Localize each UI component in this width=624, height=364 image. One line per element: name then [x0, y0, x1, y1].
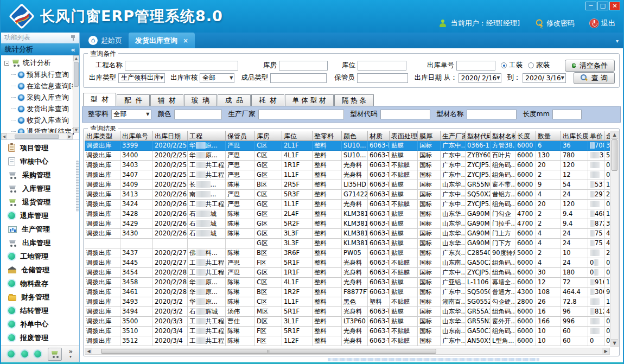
column-header[interactable]: 长度 — [515, 131, 536, 141]
sidebar-item-采购管理[interactable]: 采购管理 — [1, 168, 79, 182]
tree-item[interactable]: 在途信息查询[待 — [4, 80, 79, 92]
column-header[interactable]: 颜色 — [342, 131, 368, 141]
table-row[interactable]: 调拨出库34372020/2/27佛料...陈琳B区3R6F整料PW056063… — [85, 248, 610, 258]
tree-item[interactable]: 预算执行查询 — [4, 69, 79, 80]
sidebar-item-仓储管理[interactable]: 仓储管理 — [1, 263, 79, 277]
column-header[interactable]: 保管员 — [226, 131, 255, 141]
table-row[interactable]: 调拨出库34132020/2/26南...严思C区5R3F整料G71422606… — [85, 190, 610, 200]
manufacturer-input[interactable] — [258, 110, 344, 119]
sidebar-item-结转管理[interactable]: 结转管理 — [1, 304, 79, 317]
table-row[interactable]: G区3L3F整料KLM38176063-T5贴膜国标山东华...GA90M09.… — [85, 239, 610, 248]
whole-part-select[interactable]: 全部▼ — [111, 110, 151, 119]
location-input[interactable] — [358, 61, 406, 71]
length-input[interactable] — [552, 110, 582, 119]
quick-cart-button[interactable] — [48, 348, 62, 361]
column-header[interactable]: 出库单号 — [120, 131, 153, 141]
radio-gongzhuang[interactable]: 工装 — [501, 61, 523, 70]
table-row[interactable]: 调拨出库34092020/2/25长...陈琳B区2R5F整料LI35HD606… — [85, 180, 610, 190]
column-header[interactable]: 型材名称 — [491, 131, 515, 141]
sidebar-item-物料盘存[interactable]: 物料盘存 — [1, 277, 79, 290]
project-name-input[interactable] — [125, 61, 238, 71]
column-header[interactable]: 工程 — [188, 131, 226, 141]
tab-shipment-outbound-query[interactable]: 发货出库查询 × — [129, 33, 195, 48]
material-tab[interactable]: 玻 璃 — [184, 94, 217, 106]
column-header[interactable]: 材质 — [368, 131, 390, 141]
sidebar-item-生产管理[interactable]: 生产管理 — [1, 222, 79, 236]
table-row[interactable]: 调拨出库33992020/2/25华原...严思C区2L1F整料SU10...6… — [85, 141, 610, 151]
menu-scrollbar[interactable] — [76, 161, 79, 212]
material-tab[interactable]: 耗 材 — [251, 94, 284, 106]
column-header[interactable]: 整零料 — [313, 131, 342, 141]
order-no-input[interactable] — [456, 61, 495, 71]
material-tab[interactable]: 型 材 — [83, 93, 116, 106]
quick-dot-icon[interactable] — [21, 350, 28, 357]
sidebar-item-出库管理[interactable]: 出库管理 — [1, 236, 79, 250]
close-button[interactable]: × — [609, 2, 620, 10]
column-header[interactable]: 出库日期 — [153, 131, 188, 141]
sidebar-item-报废管理[interactable]: 报废管理 — [1, 331, 79, 344]
overflow-chevron[interactable]: »▾ — [68, 349, 73, 360]
table-row[interactable]: 调拨出库34032020/2/25工共工程严思G区1R1F整料光身料6063-T… — [85, 161, 610, 170]
tab-close-icon[interactable]: × — [183, 37, 188, 44]
column-header[interactable]: 单价 — [588, 131, 604, 141]
table-row[interactable]: 调拨出库34282020/2/26石城陈琳G区2L4F整料KLM38176063… — [85, 209, 610, 219]
table-row[interactable]: 调拨出库34072020/2/25工共工程严思G区1L1F整料光身料6063-T… — [85, 170, 610, 180]
column-header[interactable]: 表面处理 — [390, 131, 418, 141]
maximize-button[interactable]: □ — [597, 2, 608, 10]
table-row[interactable]: 调拨出库35002020/3/3工共工程曹佳D区3L1F整料LT3P606063… — [85, 317, 610, 327]
quick-dot-icon[interactable] — [8, 350, 15, 357]
table-row[interactable]: 调拨出库34542020/2/28工共工程严思G区1R1F整料光身料6063-T… — [85, 268, 610, 278]
logout-button[interactable]: 退出 — [590, 18, 615, 28]
tabstrip-dropdown-icon[interactable]: ▾ — [616, 38, 619, 44]
material-tab[interactable]: 配 件 — [117, 94, 150, 106]
keeper-input[interactable] — [357, 73, 408, 83]
sidebar-item-项目管理[interactable]: 项目管理 — [1, 141, 79, 155]
column-header[interactable]: 生产厂家 — [441, 131, 466, 141]
change-password-button[interactable]: 修改密码 — [535, 18, 575, 28]
column-header[interactable]: 出库长度 — [561, 131, 588, 141]
tree-expand-icon[interactable] — [4, 61, 9, 66]
tab-home[interactable]: ⌂ 起始页 — [82, 33, 129, 48]
table-row[interactable]: 调拨出库34942020/3/2石辉城汤伟M区5R1F整料光身料6063-T5贴… — [85, 307, 610, 317]
column-header[interactable]: 数量 — [536, 131, 561, 141]
sidebar-section-header[interactable]: 统计分析 « — [1, 43, 79, 55]
column-header[interactable]: 型材代码 — [466, 131, 491, 141]
sidebar-item-退货管理[interactable]: 退货管理 — [1, 195, 79, 209]
product-type-input[interactable] — [270, 73, 327, 83]
table-row[interactable]: 调拨出库34452020/2/27工共工程严思F区5R1F整料光身料6063-T… — [85, 258, 610, 268]
sidebar-item-审核中心[interactable]: 审核中心 — [1, 155, 79, 168]
color-input[interactable] — [174, 110, 222, 119]
collapse-icon[interactable]: « — [71, 46, 75, 54]
tree-item[interactable]: 发货出库查询 — [4, 103, 79, 114]
outbound-type-select[interactable]: 生产领料出库▼ — [118, 73, 165, 83]
table-row[interactable]: 调拨出库34582020/2/28华原...陈琳C区4L1F整料光身料6063-… — [85, 278, 610, 288]
date-to-select[interactable]: 2020/ 3/16▼ — [523, 73, 566, 83]
table-row[interactable]: 调拨出库34932020/3/2华原...陈琳C区1L1F整料黑色塑料不贴膜国标… — [85, 297, 610, 307]
sidebar-item-工地管理[interactable]: 工地管理 — [1, 250, 79, 263]
search-button[interactable]: 查 询 — [574, 72, 615, 84]
results-vertical-scrollbar[interactable]: ▲▼ — [610, 131, 619, 347]
sidebar-item-入库管理[interactable]: 入库管理 — [1, 182, 79, 195]
sidebar-item-财务管理[interactable]: 财务管理 — [1, 290, 79, 304]
table-row[interactable]: 调拨出库34292020/2/26石城陈琳G区5R2F整料KLM38176063… — [85, 219, 610, 229]
sidebar-item-补单中心[interactable]: 补单中心 — [1, 317, 79, 331]
warehouse-input[interactable] — [279, 61, 328, 71]
material-tab[interactable]: 隔 热 条 — [334, 94, 374, 106]
column-header[interactable]: 膜厚 — [418, 131, 441, 141]
outbound-audit-select[interactable]: 全部▼ — [200, 73, 234, 83]
column-header[interactable]: 金 — [604, 131, 610, 141]
material-tab[interactable]: 单 体 型 材 — [285, 94, 334, 106]
pin-icon[interactable] — [71, 35, 76, 41]
tree-horizontal-scrollbar[interactable]: ◀▶ — [1, 133, 73, 139]
clear-conditions-button[interactable]: 清空条件 — [565, 60, 615, 72]
tree-vertical-scrollbar[interactable]: ▲▼ — [73, 55, 79, 133]
table-row[interactable]: 调拨出库34002020/2/25华原...严思C区4L1F整料SU10...6… — [85, 151, 610, 161]
table-row[interactable]: 调拨出库34242020/2/26工共工程严思G区1L1F整料光身料6063-T… — [85, 200, 610, 209]
material-tab[interactable]: 辅 材 — [150, 94, 183, 106]
quick-dot-icon[interactable] — [34, 350, 41, 357]
profile-name-input[interactable] — [467, 110, 517, 119]
column-header[interactable]: 库位 — [282, 131, 313, 141]
date-from-select[interactable]: 2020/ 2/16▼ — [459, 73, 502, 83]
results-horizontal-scrollbar[interactable]: ◀ ▶ — [85, 348, 610, 355]
profile-code-input[interactable] — [380, 110, 430, 119]
